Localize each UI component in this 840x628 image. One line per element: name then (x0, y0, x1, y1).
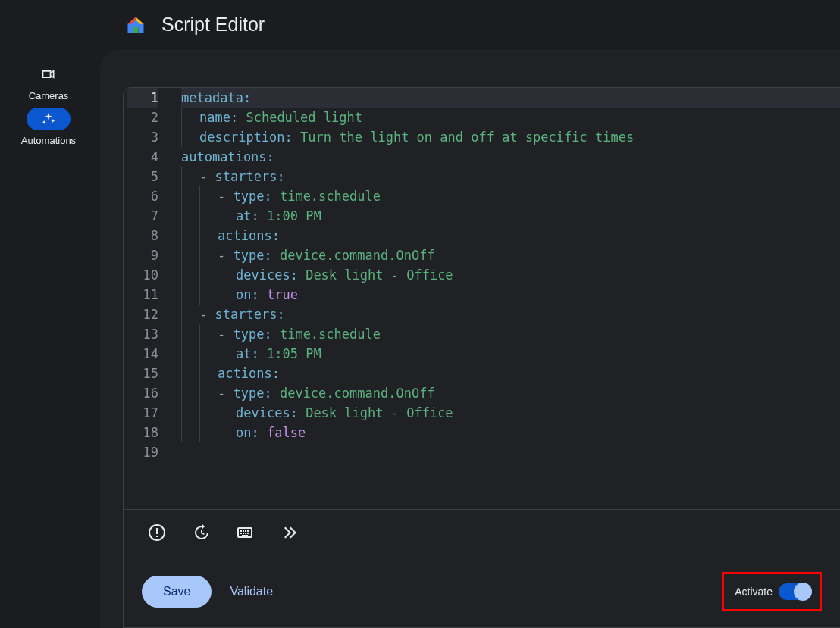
code-line[interactable]: at: 1:00 PM (181, 206, 840, 226)
line-number: 7 (127, 206, 158, 226)
toggle-knob (794, 583, 812, 601)
indent-guide (218, 265, 227, 285)
code-token: type (233, 245, 264, 265)
code-line[interactable]: devices: Desk light - Office (181, 403, 840, 423)
code-line[interactable]: metadata: (181, 88, 840, 108)
activate-label: Activate (735, 586, 773, 598)
code-token: : (267, 147, 274, 167)
sidebar-item-cameras[interactable]: Cameras (0, 63, 97, 102)
more-icon[interactable] (278, 522, 299, 543)
indent-guide (181, 383, 190, 403)
code-token: : (277, 305, 284, 324)
app-header: Script Editor (0, 0, 840, 49)
code-token: devices (236, 265, 290, 285)
indent-guide (218, 285, 227, 305)
code-line[interactable]: - type: device.command.OnOff (181, 245, 840, 265)
code-token: : (230, 108, 246, 127)
line-number: 13 (127, 324, 158, 344)
history-icon[interactable] (190, 522, 212, 543)
validate-button[interactable]: Validate (230, 585, 273, 598)
code-token: : (290, 403, 306, 423)
line-number: 18 (127, 423, 158, 442)
code-content[interactable]: metadata:name: Scheduled lightdescriptio… (166, 88, 840, 509)
code-token: 1:05 PM (267, 344, 321, 364)
line-number: 5 (127, 167, 158, 186)
code-token: time.schedule (280, 324, 381, 344)
line-number: 17 (127, 403, 158, 423)
indent-guide (218, 344, 227, 364)
indent-guide (218, 423, 227, 442)
code-line[interactable]: actions: (181, 226, 840, 245)
code-token: starters (215, 305, 277, 324)
code-line[interactable] (181, 442, 840, 462)
camera-icon (27, 63, 71, 86)
code-token: : (272, 226, 280, 245)
code-token: 1:00 PM (267, 206, 321, 226)
indent-guide (181, 364, 190, 383)
code-token: Desk light - Office (306, 265, 453, 285)
code-line[interactable]: - starters: (181, 305, 840, 324)
indent-guide (181, 245, 190, 265)
keyboard-icon[interactable] (234, 522, 255, 543)
code-line[interactable]: actions: (181, 364, 840, 383)
sidebar-item-automations[interactable]: Automations (0, 108, 97, 146)
code-token: actions (218, 226, 272, 245)
line-number: 3 (127, 127, 158, 147)
indent-guide (199, 226, 208, 245)
code-token: : (264, 186, 279, 206)
code-token: - (218, 383, 233, 403)
code-token: Turn the light on and off at specific ti… (300, 127, 634, 147)
indent-guide (181, 265, 190, 285)
indent-guide (218, 403, 227, 423)
alert-circle-icon[interactable] (146, 522, 168, 543)
indent-guide (181, 403, 190, 423)
code-token: - (199, 305, 215, 324)
code-token: automations (181, 147, 267, 167)
code-token: type (233, 383, 264, 403)
code-line[interactable]: on: true (181, 285, 840, 305)
code-token: Desk light - Office (306, 403, 453, 423)
code-token: device.command.OnOff (280, 245, 435, 265)
code-line[interactable]: automations: (181, 147, 840, 167)
indent-guide (199, 206, 208, 226)
code-token: at (236, 206, 251, 226)
code-line[interactable]: devices: Desk light - Office (181, 265, 840, 285)
indent-guide (181, 186, 190, 206)
indent-guide (199, 364, 208, 383)
indent-guide (199, 265, 208, 285)
indent-guide (181, 305, 190, 324)
code-token: true (267, 285, 298, 305)
code-line[interactable]: - starters: (181, 167, 840, 186)
code-line[interactable]: - type: device.command.OnOff (181, 383, 840, 403)
code-token: : (264, 383, 279, 403)
line-number-gutter: 12345678910111213141516171819 (124, 88, 166, 509)
line-number: 2 (127, 108, 158, 127)
code-token: - (218, 186, 233, 206)
indent-guide (181, 206, 190, 226)
code-token: : (251, 206, 266, 226)
activate-toggle[interactable] (779, 583, 812, 600)
indent-guide (199, 186, 208, 206)
code-token: device.command.OnOff (280, 383, 435, 403)
code-line[interactable]: at: 1:05 PM (181, 344, 840, 364)
line-number: 15 (127, 364, 158, 383)
code-line[interactable]: on: false (181, 423, 840, 442)
code-line[interactable]: - type: time.schedule (181, 186, 840, 206)
indent-guide (199, 245, 208, 265)
code-line[interactable]: description: Turn the light on and off a… (181, 127, 840, 147)
code-line[interactable]: - type: time.schedule (181, 324, 840, 344)
indent-guide (181, 127, 190, 147)
google-home-logo-icon (125, 14, 146, 36)
save-button[interactable]: Save (142, 576, 212, 608)
code-token: on (236, 285, 251, 305)
indent-guide (199, 285, 208, 305)
indent-guide (181, 285, 190, 305)
indent-guide (181, 324, 190, 344)
line-number: 10 (127, 265, 158, 285)
svg-rect-0 (156, 528, 158, 534)
code-editor[interactable]: 12345678910111213141516171819 metadata:n… (124, 88, 840, 509)
indent-guide (218, 206, 227, 226)
page-title: Script Editor (161, 14, 265, 36)
code-line[interactable]: name: Scheduled light (181, 108, 840, 127)
code-token: - (218, 324, 233, 344)
